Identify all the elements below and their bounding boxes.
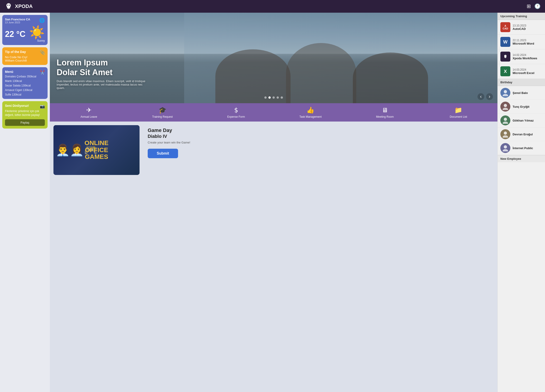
game-card: 👨‍💼👩‍💼🎮 ONLINE OFFICE GAMES — [53, 125, 140, 175]
avatar-person-icon-3 — [502, 117, 509, 124]
hero-dot-4[interactable] — [277, 96, 279, 99]
hero-next-button[interactable]: › — [486, 93, 493, 100]
menu-card: Menü ✂️ Domates Çorbası 350kcal Mantı 13… — [2, 67, 48, 99]
avatar-person-icon-5 — [502, 145, 509, 151]
weather-sun-icon: ☀️ — [29, 26, 45, 39]
birthday-name-2: Tunç Eryiğit — [513, 105, 529, 109]
training-item-excel[interactable]: X 14.03.2024 Microsoft Excel — [498, 64, 545, 79]
excel-logo-text: X — [504, 69, 507, 74]
quick-action-document-list[interactable]: 📁 Document List — [448, 106, 469, 118]
topnav-icons: ⊞ 🕐 — [527, 3, 540, 9]
menu-item-5: Sufle 130kcal — [5, 93, 45, 96]
weather-card: San Francisco CA 13 June 2023 🌐 22 °C ☀️… — [2, 15, 48, 45]
svg-point-4 — [7, 5, 8, 6]
tip-card: Tip of the Day 📎 No Code No Cry! William… — [2, 47, 48, 65]
plane-icon: ✈ — [86, 106, 92, 114]
avatar-person-icon — [502, 89, 509, 96]
game-name: Diablo IV — [148, 134, 489, 139]
camera-icon: 📷 — [40, 104, 45, 109]
birthday-name-1: Şenol Balo — [513, 91, 528, 95]
training-info-xpoda: 14.02.2024 Xpoda Workflows — [513, 54, 542, 60]
tip-title: Tip of the Day — [5, 50, 45, 54]
training-logo-xpoda — [500, 52, 510, 61]
quick-action-training-request[interactable]: 🎓 Training Request — [152, 106, 173, 118]
svg-point-15 — [503, 121, 508, 124]
svg-point-14 — [504, 118, 507, 121]
octopus-logo-icon — [5, 2, 13, 10]
avatar-senol — [500, 88, 510, 98]
paperclip-icon: 📎 — [40, 50, 45, 55]
game-banner: 👨‍💼👩‍💼🎮 ONLINE OFFICE GAMES — [53, 125, 140, 175]
training-date-4: 14.03.2024 — [513, 68, 542, 71]
svg-point-18 — [504, 145, 507, 149]
center-area: Lorem IpsumDolar Sit Amet Duis blandit s… — [50, 13, 497, 392]
app-name: XPODA — [15, 3, 33, 9]
hero-dot-5[interactable] — [281, 96, 283, 99]
grid-icon[interactable]: ⊞ — [527, 3, 531, 9]
feedback-share-button[interactable]: Paylaş — [5, 119, 45, 126]
training-info-excel: 14.03.2024 Microsoft Excel — [513, 68, 542, 75]
game-text-games: GAMES — [85, 153, 109, 160]
weather-date: 13 June 2023 — [5, 21, 45, 24]
tip-line1: No Code No Cry! — [5, 55, 45, 59]
avatar-internet — [500, 143, 510, 153]
birthday-name-4: Devran Eroğul — [513, 133, 533, 136]
feedback-text: Fikirleriniz şirketimiz için çok değerli… — [5, 109, 45, 117]
game-submit-button[interactable]: Submit — [148, 149, 178, 158]
training-logo-cad: ACAD — [500, 22, 510, 32]
game-day-label: Game Day — [148, 127, 489, 133]
hero-prev-button[interactable]: ‹ — [477, 93, 484, 100]
new-employee-section-title: New Employee — [498, 155, 545, 162]
weather-temp: 22 °C — [5, 30, 25, 39]
feedback-card: Seni Dinliyoruz! 📷 Fikirleriniz şirketim… — [2, 101, 48, 129]
dollar-icon: $ — [234, 106, 238, 114]
left-sidebar: San Francisco CA 13 June 2023 🌐 22 °C ☀️… — [0, 13, 50, 392]
menu-item-4: Arnavut Cigeri 130kcal — [5, 89, 45, 92]
qa-meeting-label: Meeting Room — [376, 115, 394, 118]
tip-text: No Code No Cry! William Courchill — [5, 55, 45, 62]
quick-action-meeting-room[interactable]: 🖥 Meeting Room — [375, 106, 395, 118]
menu-item-2: Mantı 130kcal — [5, 79, 45, 83]
hero-dot-2[interactable] — [268, 96, 271, 99]
training-item-autocad[interactable]: ACAD 13.10.2023 AutoCAD — [498, 20, 545, 35]
quick-action-annual-leave[interactable]: ✈ Annual Leave — [79, 106, 99, 118]
svg-point-19 — [503, 149, 508, 151]
training-info-autocad: 13.10.2023 AutoCAD — [513, 24, 542, 30]
globe-icon: 🌐 — [39, 18, 45, 23]
training-date-3: 14.02.2024 — [513, 54, 542, 57]
clock-icon[interactable]: 🕐 — [534, 3, 540, 9]
training-item-word[interactable]: W 22.11.2023 Microsoft Word — [498, 35, 545, 49]
quick-action-task-management[interactable]: 👍 Task Management — [299, 106, 322, 118]
quick-action-expense-form[interactable]: $ Expense Form — [226, 106, 246, 118]
training-date-1: 13.10.2023 — [513, 24, 542, 27]
menu-title: Menü — [5, 70, 45, 73]
birthday-item-4: Devran Eroğul — [498, 127, 545, 141]
svg-point-11 — [503, 94, 508, 96]
folder-icon: 📁 — [454, 106, 462, 114]
training-item-xpoda[interactable]: 14.02.2024 Xpoda Workflows — [498, 49, 545, 64]
svg-point-5 — [9, 5, 10, 6]
cad-logo-text: ACAD — [503, 24, 508, 30]
qa-annual-leave-label: Annual Leave — [81, 115, 97, 118]
svg-point-16 — [504, 132, 507, 135]
game-info: Game Day Diablo IV Create your team win … — [143, 125, 494, 160]
hero-dots — [264, 96, 283, 99]
avatar-person-icon-4 — [502, 131, 509, 138]
hero-content: Lorem IpsumDolar Sit Amet Duis blandit s… — [57, 58, 147, 90]
training-name-1: AutoCAD — [513, 27, 542, 30]
hero-subtitle: Duis blandit sed enim vitae maximus. Eti… — [57, 79, 147, 90]
logo-area: XPODA — [5, 2, 33, 10]
topnav: XPODA ⊞ 🕐 — [0, 0, 545, 13]
svg-point-10 — [504, 90, 507, 93]
svg-point-12 — [504, 104, 507, 107]
game-banner-text: ONLINE OFFICE GAMES — [85, 140, 109, 160]
thumbsup-icon: 👍 — [306, 106, 314, 114]
upcoming-training-title: Upcoming Training — [498, 13, 545, 20]
hero-dot-1[interactable] — [264, 96, 266, 99]
hero-dot-3[interactable] — [272, 96, 275, 99]
game-description: Create your team win the Game! — [148, 141, 489, 144]
svg-point-17 — [503, 135, 508, 138]
avatar-gokhan — [500, 115, 510, 125]
birthday-name-5: İnternet Public — [513, 146, 533, 150]
game-text-online: ONLINE — [85, 140, 109, 147]
